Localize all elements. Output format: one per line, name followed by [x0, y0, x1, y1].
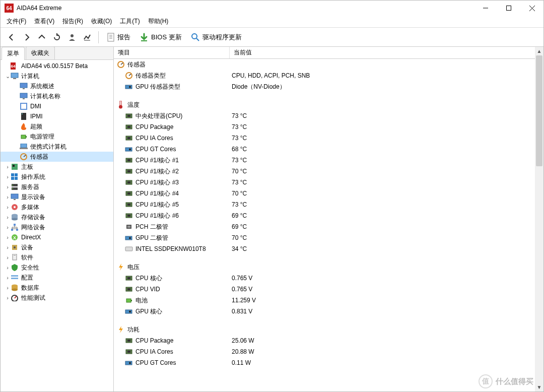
- tree-twisty-icon[interactable]: ⌄: [5, 73, 11, 80]
- tree-twisty-icon[interactable]: ›: [5, 254, 11, 260]
- tab-favorites[interactable]: 收藏夹: [26, 46, 55, 59]
- data-row-temp-3[interactable]: CPU GT Cores68 °C: [114, 144, 543, 155]
- tree-twisty-icon[interactable]: ›: [5, 285, 11, 291]
- tree-twisty-icon[interactable]: ›: [5, 234, 11, 240]
- scroll-down-arrow-icon[interactable]: ▼: [535, 383, 543, 391]
- data-row-temp-8[interactable]: CPU #1/核心 #573 °C: [114, 199, 543, 210]
- close-button[interactable]: [520, 1, 543, 16]
- tree-item-database[interactable]: ›数据库: [1, 283, 113, 293]
- tree-item-power-mgmt[interactable]: 电源管理: [1, 132, 113, 142]
- tree-twisty-icon[interactable]: ›: [5, 244, 11, 250]
- data-row-temp-0[interactable]: 中央处理器(CPU)73 °C: [114, 110, 543, 121]
- item-label: PCH 二极管: [135, 223, 168, 231]
- data-row-temp-7[interactable]: CPU #1/核心 #470 °C: [114, 188, 543, 199]
- scroll-track[interactable]: [535, 55, 543, 383]
- column-header-value[interactable]: 当前值: [230, 47, 543, 58]
- data-row-temp-6[interactable]: CPU #1/核心 #373 °C: [114, 177, 543, 188]
- scroll-thumb[interactable]: [536, 55, 542, 166]
- tree-item-dmi[interactable]: DMI: [1, 101, 113, 111]
- column-header-item[interactable]: 项目: [114, 47, 230, 58]
- data-row-sensor-type[interactable]: 传感器类型CPU, HDD, ACPI, PCH, SNB: [114, 70, 543, 81]
- menu-favorite[interactable]: 收藏(O): [87, 16, 116, 27]
- tree-item-portable[interactable]: 便携式计算机: [1, 142, 113, 152]
- forward-button[interactable]: [20, 30, 34, 44]
- data-row-power-1[interactable]: CPU IA Cores20.88 W: [114, 346, 543, 357]
- data-row-volt-0[interactable]: CPU 核心0.765 V: [114, 273, 543, 284]
- tree-label: 系统概述: [30, 82, 54, 91]
- maximize-button[interactable]: [497, 1, 520, 16]
- data-row-temp-1[interactable]: CPU Package73 °C: [114, 121, 543, 133]
- tab-menu[interactable]: 菜单: [2, 47, 25, 60]
- data-row-volt-1[interactable]: CPU VID0.765 V: [114, 284, 543, 295]
- svg-rect-75: [127, 115, 130, 117]
- menu-report[interactable]: 报告(R): [58, 16, 87, 27]
- tree-twisty-icon[interactable]: ›: [5, 214, 11, 220]
- tree-item-software[interactable]: ›软件: [1, 252, 113, 263]
- tree-twisty-icon[interactable]: ›: [5, 194, 11, 200]
- report-button[interactable]: 报告: [103, 31, 134, 44]
- svg-rect-22: [21, 135, 26, 139]
- tree-twisty-icon[interactable]: ›: [5, 174, 11, 180]
- up-button[interactable]: [35, 30, 49, 44]
- content-list[interactable]: 传感器传感器类型CPU, HDD, ACPI, PCH, SNBGPU 传感器类…: [114, 59, 543, 391]
- tree-twisty-icon[interactable]: ›: [5, 295, 11, 301]
- data-row-temp-5[interactable]: CPU #1/核心 #270 °C: [114, 166, 543, 177]
- tree-item-system-overview[interactable]: 系统概述: [1, 81, 113, 91]
- data-row-temp-9[interactable]: CPU #1/核心 #669 °C: [114, 210, 543, 221]
- menu-view[interactable]: 查看(V): [30, 16, 58, 27]
- tree-twisty-icon[interactable]: ›: [5, 265, 11, 271]
- tree-item-computer-name[interactable]: 计算机名称: [1, 91, 113, 101]
- tree-item-overclock[interactable]: 超频: [1, 121, 113, 132]
- tree-item-server[interactable]: ›服务器: [1, 182, 113, 192]
- tree-item-directx[interactable]: ›XDirectX: [1, 232, 113, 242]
- graph-button[interactable]: [80, 30, 94, 44]
- bios-update-button[interactable]: BIOS 更新: [135, 31, 186, 43]
- data-row-temp-11[interactable]: GPU 二极管70 °C: [114, 232, 543, 243]
- data-row-temp-2[interactable]: CPU IA Cores73 °C: [114, 133, 543, 144]
- data-row-volt-3[interactable]: GPU 核心0.831 V: [114, 306, 543, 317]
- tree-item-benchmark[interactable]: ›性能测试: [1, 293, 113, 303]
- data-row-volt-2[interactable]: 电池11.259 V: [114, 295, 543, 306]
- data-row-power-2[interactable]: CPU GT Cores0.11 W: [114, 357, 543, 368]
- tree-twisty-icon[interactable]: ›: [5, 275, 11, 281]
- scroll-up-arrow-icon[interactable]: ▲: [535, 47, 543, 55]
- tree-item-security[interactable]: ›安全性: [1, 263, 113, 273]
- tree-item-network[interactable]: ›网络设备: [1, 222, 113, 232]
- menu-help[interactable]: 帮助(H): [144, 16, 173, 27]
- tree-twisty-icon[interactable]: ›: [5, 164, 11, 170]
- data-row-gpu-sensor-type[interactable]: GPU 传感器类型Diode（NV-Diode）: [114, 81, 543, 92]
- menu-file[interactable]: 文件(F): [3, 16, 30, 27]
- item-label: CPU Package: [135, 337, 173, 344]
- tree-root[interactable]: 64AIDA64 v6.00.5157 Beta: [1, 61, 113, 71]
- menu-tools[interactable]: 工具(T): [116, 16, 144, 27]
- svg-line-69: [129, 74, 131, 76]
- data-row-temp-12[interactable]: INTEL SSDPEKNW010T834 °C: [114, 243, 543, 254]
- tree-item-storage[interactable]: ›存储设备: [1, 212, 113, 222]
- svg-point-106: [129, 311, 131, 313]
- vertical-scrollbar[interactable]: ▲ ▼: [535, 47, 543, 391]
- tree-item-motherboard[interactable]: ›主板: [1, 162, 113, 172]
- tree-item-display[interactable]: ›显示设备: [1, 192, 113, 202]
- tree-item-multimedia[interactable]: ›多媒体: [1, 202, 113, 212]
- data-row-temp-4[interactable]: CPU #1/核心 #173 °C: [114, 155, 543, 166]
- refresh-button[interactable]: [50, 30, 64, 44]
- tree-twisty-icon[interactable]: ›: [5, 204, 11, 210]
- data-row-temp-10[interactable]: PCH 二极管69 °C: [114, 221, 543, 232]
- item-label: CPU #1/核心 #3: [135, 178, 179, 187]
- group-title: 功耗: [127, 325, 140, 334]
- data-row-power-0[interactable]: CPU Package25.06 W: [114, 335, 543, 346]
- back-button[interactable]: [5, 30, 19, 44]
- tree-item-config[interactable]: ›配置: [1, 273, 113, 283]
- tree-twisty-icon[interactable]: ›: [5, 184, 11, 190]
- tree-item-ipmi[interactable]: IPMI: [1, 111, 113, 121]
- user-button[interactable]: [65, 30, 79, 44]
- item-label: CPU IA Cores: [135, 348, 173, 355]
- tree-item-devices[interactable]: ›设备: [1, 242, 113, 252]
- tree-item-computer[interactable]: ⌄计算机: [1, 71, 113, 81]
- tree-view[interactable]: 64AIDA64 v6.00.5157 Beta⌄计算机系统概述计算机名称DMI…: [1, 60, 113, 391]
- tree-twisty-icon[interactable]: ›: [5, 224, 11, 230]
- driver-update-button[interactable]: 驱动程序更新: [187, 31, 246, 43]
- tree-item-sensor[interactable]: 传感器: [1, 152, 113, 162]
- minimize-button[interactable]: [474, 1, 497, 16]
- tree-item-os[interactable]: ›操作系统: [1, 172, 113, 182]
